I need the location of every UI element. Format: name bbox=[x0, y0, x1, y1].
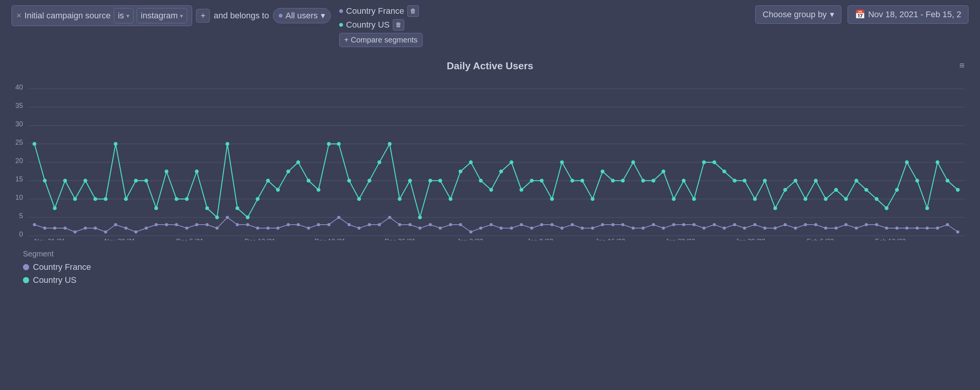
belongs-to-label: and belongs to bbox=[214, 11, 269, 21]
svg-point-213 bbox=[936, 227, 939, 230]
svg-point-109 bbox=[814, 179, 818, 183]
add-filter-button[interactable]: + bbox=[196, 9, 210, 23]
svg-point-124 bbox=[33, 223, 36, 226]
legend-item-france: Country France bbox=[23, 262, 957, 272]
svg-text:5: 5 bbox=[19, 212, 23, 220]
svg-point-198 bbox=[784, 223, 787, 226]
close-icon[interactable]: × bbox=[16, 11, 21, 21]
chart-menu-icon[interactable]: ≡ bbox=[959, 60, 965, 71]
svg-text:Dec 19 '21: Dec 19 '21 bbox=[315, 238, 346, 240]
svg-point-149 bbox=[287, 223, 290, 226]
svg-point-71 bbox=[428, 179, 432, 183]
segment-us-row: Country US 🗑 bbox=[339, 19, 423, 31]
svg-text:10: 10 bbox=[15, 194, 23, 201]
svg-point-74 bbox=[459, 170, 462, 173]
svg-point-159 bbox=[388, 216, 391, 219]
svg-text:Feb 13 '22: Feb 13 '22 bbox=[875, 238, 906, 240]
svg-point-127 bbox=[64, 227, 67, 230]
svg-point-46 bbox=[175, 197, 178, 201]
all-users-dot bbox=[279, 14, 283, 18]
svg-point-126 bbox=[53, 227, 56, 230]
svg-point-188 bbox=[682, 223, 685, 226]
france-dot bbox=[339, 9, 343, 13]
segments-panel: Country France 🗑 Country US 🗑 + Compare … bbox=[339, 5, 423, 47]
svg-point-33 bbox=[43, 179, 47, 183]
svg-point-105 bbox=[773, 206, 777, 210]
svg-point-60 bbox=[317, 188, 320, 192]
svg-point-47 bbox=[185, 197, 189, 201]
svg-point-207 bbox=[875, 223, 878, 226]
date-range-button[interactable]: 📅 Nov 18, 2021 - Feb 15, 2 bbox=[848, 5, 969, 24]
svg-point-88 bbox=[601, 170, 604, 173]
svg-point-107 bbox=[794, 179, 797, 183]
svg-point-142 bbox=[216, 227, 219, 230]
svg-point-39 bbox=[104, 197, 108, 201]
svg-point-37 bbox=[83, 179, 87, 183]
svg-text:Jan 16 '22: Jan 16 '22 bbox=[595, 238, 625, 240]
svg-point-75 bbox=[469, 160, 473, 164]
svg-point-69 bbox=[408, 179, 412, 183]
operator-dropdown[interactable]: is ▾ bbox=[114, 8, 134, 23]
svg-point-202 bbox=[824, 227, 827, 230]
france-legend-label: Country France bbox=[33, 262, 91, 272]
svg-point-212 bbox=[926, 227, 929, 230]
svg-point-58 bbox=[296, 160, 300, 164]
svg-point-100 bbox=[722, 170, 726, 173]
svg-point-178 bbox=[581, 227, 584, 230]
group-by-button[interactable]: Choose group by ▾ bbox=[755, 5, 841, 24]
chart-title: Daily Active Users bbox=[11, 56, 969, 72]
france-delete-button[interactable]: 🗑 bbox=[407, 5, 419, 17]
campaign-source-filter[interactable]: × Initial campaign source is ▾ instagram… bbox=[11, 5, 192, 26]
svg-point-157 bbox=[368, 223, 371, 226]
svg-point-35 bbox=[63, 179, 67, 183]
svg-point-117 bbox=[895, 188, 899, 192]
svg-point-76 bbox=[479, 179, 483, 183]
compare-segments-button[interactable]: + Compare segments bbox=[339, 33, 423, 47]
svg-point-132 bbox=[114, 223, 117, 226]
value-dropdown[interactable]: instagram ▾ bbox=[137, 8, 188, 23]
svg-point-91 bbox=[631, 160, 635, 164]
svg-point-113 bbox=[854, 179, 858, 183]
svg-point-89 bbox=[611, 179, 615, 183]
svg-text:Dec 26 '21: Dec 26 '21 bbox=[385, 238, 416, 240]
svg-point-94 bbox=[662, 170, 665, 173]
svg-point-172 bbox=[520, 223, 523, 226]
us-dot bbox=[339, 23, 343, 27]
svg-text:40: 40 bbox=[15, 83, 23, 91]
svg-point-144 bbox=[236, 223, 239, 226]
svg-point-110 bbox=[824, 197, 828, 201]
svg-point-80 bbox=[519, 188, 523, 192]
svg-point-85 bbox=[570, 179, 574, 183]
svg-point-190 bbox=[702, 227, 706, 230]
svg-point-79 bbox=[510, 160, 513, 164]
svg-point-205 bbox=[855, 227, 858, 230]
svg-point-130 bbox=[94, 227, 97, 230]
all-users-dropdown[interactable]: All users ▾ bbox=[273, 8, 331, 23]
svg-text:Jan 23 '22: Jan 23 '22 bbox=[665, 238, 695, 240]
svg-point-145 bbox=[246, 223, 249, 226]
svg-point-106 bbox=[783, 188, 787, 192]
chart-svg: 0 5 10 15 20 25 30 35 40 Nov 21 '21 Nov … bbox=[11, 80, 969, 240]
svg-point-111 bbox=[834, 188, 838, 192]
chart-container: Daily Active Users ≡ 0 5 10 15 20 25 30 … bbox=[11, 56, 969, 242]
svg-point-87 bbox=[591, 197, 595, 201]
svg-point-104 bbox=[763, 179, 767, 183]
svg-point-121 bbox=[936, 160, 939, 164]
svg-point-173 bbox=[530, 227, 533, 230]
us-label: Country US bbox=[346, 20, 390, 30]
svg-point-50 bbox=[215, 215, 219, 219]
svg-point-63 bbox=[347, 179, 351, 183]
svg-point-193 bbox=[733, 223, 736, 226]
svg-point-86 bbox=[580, 179, 584, 183]
legend-item-us: Country US bbox=[23, 275, 957, 285]
us-delete-button[interactable]: 🗑 bbox=[393, 19, 404, 31]
us-legend-dot bbox=[23, 277, 29, 283]
svg-point-195 bbox=[753, 223, 756, 226]
svg-point-41 bbox=[124, 197, 128, 201]
svg-point-95 bbox=[672, 197, 676, 201]
svg-point-186 bbox=[662, 227, 665, 230]
svg-point-194 bbox=[743, 227, 746, 230]
svg-point-151 bbox=[307, 227, 310, 230]
svg-point-98 bbox=[702, 160, 706, 164]
svg-point-103 bbox=[753, 197, 757, 201]
